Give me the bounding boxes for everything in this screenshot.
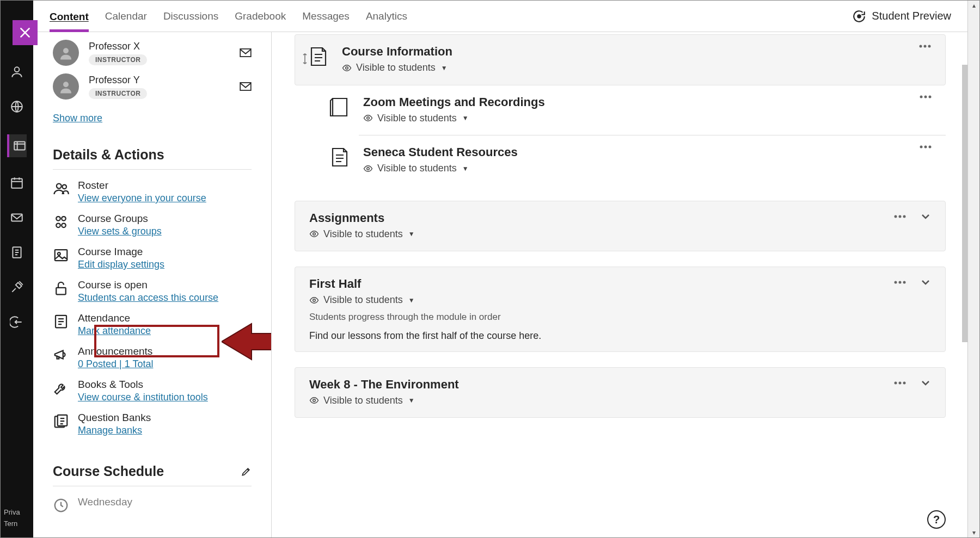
content-item-course-info[interactable]: Course Information Visible to students▼	[295, 34, 946, 85]
document-icon	[306, 45, 330, 69]
svg-rect-19	[56, 288, 66, 295]
wrench-icon	[53, 380, 69, 396]
rail-messages-icon[interactable]	[10, 211, 24, 227]
tab-analytics[interactable]: Analytics	[366, 8, 407, 24]
reorder-icon[interactable]	[301, 53, 309, 64]
svg-marker-24	[222, 324, 272, 360]
svg-point-38	[895, 215, 897, 218]
image-icon	[53, 247, 69, 263]
roster-link[interactable]: View everyone in your course	[78, 193, 206, 204]
svg-point-40	[903, 215, 906, 218]
more-options-icon[interactable]	[894, 215, 906, 218]
tab-discussions[interactable]: Discussions	[163, 8, 218, 24]
clock-icon	[53, 497, 69, 514]
help-button[interactable]: ?	[927, 510, 946, 529]
rail-tools-icon[interactable]	[10, 280, 24, 296]
mail-icon[interactable]	[240, 82, 252, 91]
svg-point-43	[899, 281, 902, 284]
svg-point-27	[924, 45, 927, 48]
chevron-down-icon[interactable]	[920, 277, 931, 288]
svg-point-12	[63, 185, 67, 189]
svg-rect-17	[55, 250, 68, 261]
course-sidebar: Professor X INSTRUCTOR Professor Y INSTR…	[33, 32, 272, 537]
svg-point-32	[929, 95, 932, 98]
more-options-icon[interactable]	[894, 381, 906, 385]
svg-point-34	[920, 146, 923, 149]
more-options-icon[interactable]	[919, 45, 931, 48]
svg-rect-3	[11, 178, 22, 188]
schedule-day: Wednesday	[53, 492, 252, 518]
image-link[interactable]: Edit display settings	[78, 259, 164, 270]
mail-icon[interactable]	[240, 48, 252, 57]
svg-point-47	[899, 381, 902, 384]
svg-point-41	[313, 299, 316, 301]
content-item-zoom[interactable]: Zoom Meetings and Recordings Visible to …	[295, 85, 946, 135]
tab-gradebook[interactable]: Gradebook	[235, 8, 286, 24]
visibility-toggle[interactable]: Visible to students▼	[309, 395, 415, 406]
rail-signout-icon[interactable]	[10, 315, 24, 331]
svg-point-33	[367, 167, 370, 170]
da-question-banks: Question BanksManage banks	[53, 407, 252, 441]
rail-courses-icon[interactable]	[7, 134, 27, 157]
rail-calendar-icon[interactable]	[10, 176, 24, 192]
lock-open-icon	[53, 280, 69, 296]
visibility-toggle[interactable]: Visible to students▼	[363, 163, 469, 174]
more-options-icon[interactable]	[920, 95, 932, 98]
chevron-down-icon[interactable]	[920, 211, 931, 222]
svg-point-39	[899, 215, 902, 218]
tab-calendar[interactable]: Calendar	[105, 8, 147, 24]
books-tools-link[interactable]: View course & institution tools	[78, 392, 208, 403]
more-options-icon[interactable]	[920, 145, 932, 149]
svg-point-48	[903, 381, 906, 384]
student-preview-button[interactable]: Student Preview	[852, 9, 951, 23]
rail-institution-icon[interactable]	[10, 100, 24, 116]
course-open-link[interactable]: Students can access this course	[78, 292, 218, 304]
edit-schedule-icon[interactable]	[241, 466, 252, 477]
question-bank-icon	[53, 413, 69, 429]
svg-point-46	[895, 381, 897, 384]
content-item-week8[interactable]: Week 8 - The Environment Visible to stud…	[295, 367, 946, 418]
content-scrollbar[interactable]	[962, 32, 967, 537]
rail-footer-links: Priva Tern	[4, 507, 20, 530]
visibility-toggle[interactable]: Visible to students▼	[342, 62, 448, 73]
more-options-icon[interactable]	[894, 281, 906, 284]
role-badge: INSTRUCTOR	[89, 54, 147, 65]
close-panel-button[interactable]	[13, 20, 38, 45]
da-groups: Course GroupsView sets & groups	[53, 208, 252, 242]
svg-point-16	[62, 224, 66, 228]
rail-profile-icon[interactable]	[10, 65, 24, 81]
instructor-row: Professor X INSTRUCTOR	[53, 40, 252, 66]
tab-content[interactable]: Content	[50, 9, 89, 32]
visibility-toggle[interactable]: Visible to students▼	[309, 294, 415, 306]
tab-messages[interactable]: Messages	[302, 8, 350, 24]
content-item-first-half[interactable]: First Half Visible to students▼ Students…	[295, 267, 946, 352]
course-content-area: Course Information Visible to students▼ …	[272, 32, 967, 537]
course-tabs: Content Calendar Discussions Gradebook M…	[33, 1, 967, 32]
rail-grades-icon[interactable]	[10, 245, 24, 262]
content-item-assignments[interactable]: Assignments Visible to students▼	[295, 201, 946, 252]
show-more-link[interactable]: Show more	[53, 113, 102, 124]
svg-rect-10	[240, 83, 251, 90]
svg-point-35	[924, 146, 927, 149]
groups-link[interactable]: View sets & groups	[78, 226, 162, 237]
svg-point-31	[924, 95, 927, 98]
svg-point-45	[313, 399, 316, 402]
question-banks-link[interactable]: Manage banks	[78, 425, 142, 436]
window-scrollbar[interactable]: ▴ ▾	[967, 1, 979, 537]
content-item-seneca[interactable]: Seneca Student Resources Visible to stud…	[295, 135, 946, 185]
svg-point-9	[63, 82, 69, 87]
svg-point-18	[58, 252, 60, 255]
svg-point-7	[63, 48, 69, 53]
attendance-link[interactable]: Mark attendance	[78, 325, 151, 337]
svg-point-15	[56, 224, 60, 228]
announcements-link[interactable]: 0 Posted | 1 Total	[78, 358, 153, 370]
da-image: Course ImageEdit display settings	[53, 242, 252, 275]
annotation-arrow	[222, 317, 272, 366]
chevron-down-icon[interactable]	[920, 378, 931, 388]
svg-rect-4	[11, 214, 22, 221]
attendance-icon	[53, 313, 69, 330]
visibility-toggle[interactable]: Visible to students▼	[309, 228, 415, 240]
svg-point-6	[858, 15, 861, 17]
global-nav-rail: Priva Tern	[1, 1, 33, 537]
visibility-toggle[interactable]: Visible to students▼	[363, 113, 469, 124]
